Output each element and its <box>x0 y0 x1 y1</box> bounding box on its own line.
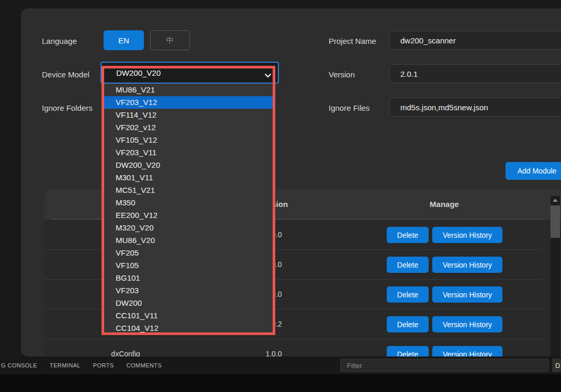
panel-tab-ports[interactable]: PORTS <box>93 362 114 368</box>
scrollbar-thumb[interactable] <box>551 205 560 238</box>
version-label: Version <box>329 70 355 79</box>
ignore-files-input[interactable] <box>389 98 561 117</box>
dropdown-option-VF203_V12[interactable]: VF203_V12 <box>104 96 273 109</box>
dropdown-option-M350[interactable]: M350 <box>104 197 273 209</box>
dropdown-option-EE200_V12[interactable]: EE200_V12 <box>104 209 273 222</box>
bottom-strip <box>0 374 561 392</box>
delete-button[interactable]: Delete <box>387 316 429 332</box>
version-history-button[interactable]: Version History <box>432 286 502 303</box>
dropdown-option-DW200[interactable]: DW200 <box>104 297 273 309</box>
device-model-label: Device Model <box>42 70 89 79</box>
delete-button[interactable]: Delete <box>387 257 429 273</box>
app-window: Language Device Model Ignore Folders EN … <box>0 0 561 392</box>
dropdown-option-DW200_V20[interactable]: DW200_V20 <box>104 159 273 171</box>
dropdown-option-M301_V11[interactable]: M301_V11 <box>104 171 273 184</box>
dropdown-option-VF205[interactable]: VF205 <box>104 247 273 259</box>
device-model-select[interactable]: DW200_V20 <box>100 62 279 84</box>
dropdown-option-MU86_V21[interactable]: MU86_V21 <box>104 84 273 96</box>
ignore-folders-label: Ignore Folders <box>42 103 93 112</box>
chevron-down-icon <box>264 71 272 79</box>
ignore-files-label: Ignore Files <box>329 103 369 112</box>
panel-tabs: G CONSOLETERMINALPORTSCOMMENTS <box>1 356 174 374</box>
dropdown-option-BG101[interactable]: BG101 <box>104 272 273 284</box>
dropdown-option-VF202_v12[interactable]: VF202_v12 <box>104 121 273 134</box>
language-zh-button[interactable]: 中 <box>150 30 190 50</box>
dropdown-option-VF203_V11[interactable]: VF203_V11 <box>104 146 273 159</box>
manage-column-header: Manage <box>430 200 459 209</box>
filter-input[interactable] <box>340 359 549 372</box>
dropdown-option-VF105_V12[interactable]: VF105_V12 <box>104 134 273 146</box>
delete-button[interactable]: Delete <box>387 227 429 243</box>
panel-right-button[interactable]: D <box>552 359 561 372</box>
add-module-button[interactable]: Add Module <box>506 162 561 180</box>
panel-tab-g-console[interactable]: G CONSOLE <box>1 362 37 368</box>
dropdown-option-VF105[interactable]: VF105 <box>104 259 273 272</box>
dropdown-option-VF114_V12[interactable]: VF114_V12 <box>104 109 273 121</box>
project-name-input[interactable] <box>389 31 561 50</box>
panel-tab-comments[interactable]: COMMENTS <box>127 362 162 368</box>
version-input[interactable] <box>389 64 561 83</box>
dropdown-option-CC104_V12[interactable]: CC104_V12 <box>104 322 273 335</box>
scrollbar-up-arrow-icon[interactable] <box>553 199 558 202</box>
dropdown-option-VF203[interactable]: VF203 <box>104 284 273 297</box>
language-en-button[interactable]: EN <box>104 30 144 50</box>
panel-tab-terminal[interactable]: TERMINAL <box>50 362 81 368</box>
bottom-panel-bar: G CONSOLETERMINALPORTSCOMMENTS D <box>0 356 561 374</box>
device-model-selected-value: DW200_V20 <box>116 68 161 77</box>
dropdown-option-M320_V20[interactable]: M320_V20 <box>104 222 273 234</box>
version-history-button[interactable]: Version History <box>432 316 502 332</box>
table-scrollbar[interactable] <box>551 196 560 356</box>
delete-button[interactable]: Delete <box>387 286 429 303</box>
language-label: Language <box>42 37 77 45</box>
project-name-label: Project Name <box>329 37 376 45</box>
device-model-dropdown-list: MU86_V21VF203_V12VF114_V12VF202_v12VF105… <box>104 84 273 335</box>
version-history-button[interactable]: Version History <box>432 257 502 273</box>
dropdown-option-MC51_V21[interactable]: MC51_V21 <box>104 184 273 197</box>
dropdown-option-CC101_V11[interactable]: CC101_V11 <box>104 309 273 322</box>
version-history-button[interactable]: Version History <box>432 227 502 243</box>
dropdown-option-MU86_V20[interactable]: MU86_V20 <box>104 234 273 247</box>
